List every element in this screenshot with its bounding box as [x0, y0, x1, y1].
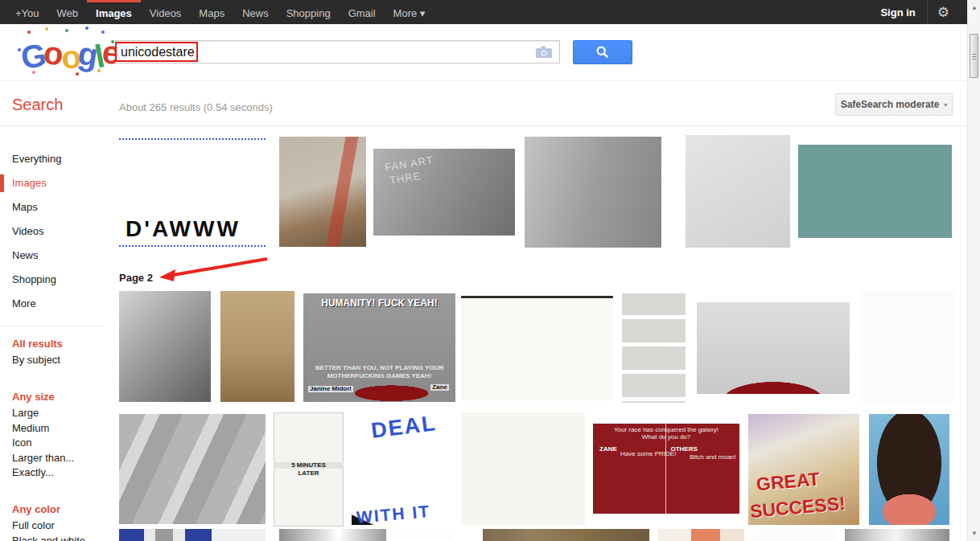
thumb-character-sheet[interactable] [798, 145, 952, 238]
sidebar-item-everything[interactable]: Everything [0, 147, 113, 171]
safesearch-label: SafeSearch moderate [841, 99, 940, 110]
search-input[interactable] [121, 43, 523, 61]
thumb-caption: BETTER THAN YOU, NOT PLAYING YOUR [303, 365, 455, 371]
filter-item-black-and-white[interactable]: Black and white [12, 534, 109, 541]
thumb-bird-hat-girl-sketch[interactable] [859, 289, 953, 402]
topnav-item-gmail[interactable]: Gmail [340, 0, 385, 24]
scroll-down-arrow-icon[interactable]: ▼ [968, 530, 980, 537]
filter-header-any-size[interactable]: Any size [12, 391, 109, 403]
thumb-leash-comic[interactable] [525, 137, 661, 248]
thumb-caption: ZANE [599, 446, 617, 453]
scrollbar-thumb[interactable] [970, 34, 978, 78]
topnav-item-news[interactable]: News [233, 0, 278, 24]
settings-button[interactable]: ⚙ [927, 0, 959, 24]
top-nav-bar: +YouWebImagesVideosMapsNewsShoppingGmail… [0, 0, 980, 24]
results-stats: About 265 results (0.54 seconds) [119, 101, 273, 113]
confetti-dot [45, 27, 48, 31]
thumb-red-pool-group[interactable] [697, 302, 850, 394]
confetti-dot [18, 48, 21, 51]
scroll-up-arrow-icon[interactable]: ▲ [968, 4, 980, 11]
thumb-caption: Zane [430, 384, 449, 391]
page-2-label: Page 2 [119, 272, 153, 284]
thumb-caption: Have some PRIDE! [620, 451, 676, 457]
sidebar-item-images[interactable]: Images [0, 171, 113, 195]
thumb-white-sketch-strip[interactable] [752, 529, 837, 541]
thumb-five-minutes-later-comic[interactable]: 5 MINUTESLATER [274, 412, 344, 527]
logo-letters: Google [21, 37, 117, 73]
thumb-caption: D'AWWW [126, 217, 241, 240]
thumb-dikdik-photo[interactable] [220, 291, 294, 402]
filter-group-any-color: Any colorFull colorBlack and white [12, 503, 109, 541]
sidebar-section-divider [0, 326, 102, 326]
search-button[interactable] [573, 40, 632, 64]
sidebar-item-videos[interactable]: Videos [0, 219, 113, 244]
topnav-item-maps[interactable]: Maps [190, 0, 233, 24]
thumb-deer-dress-figure[interactable] [686, 135, 790, 248]
thumb-gray-burst-strip[interactable] [279, 529, 386, 541]
thumb-two-figures-sketch[interactable] [462, 412, 585, 525]
filter-item-by-subject[interactable]: By subject [12, 353, 109, 368]
thumb-small-sketch-strip[interactable] [394, 529, 453, 541]
topnav-item-you[interactable]: +You [6, 0, 48, 24]
filter-item-icon[interactable]: Icon [12, 436, 109, 451]
sign-in-link[interactable]: Sign in [869, 6, 926, 18]
topnav-item-shopping[interactable]: Shopping [278, 0, 340, 24]
thumb-four-panel-comic[interactable] [620, 292, 687, 404]
thumb-open-mouth-closeup[interactable] [869, 414, 949, 525]
thumb-galaxy-conquered-comic[interactable]: Your race has conquered the galaxy!What … [593, 424, 739, 514]
thumb-dawww-cartoon[interactable]: D'AWWW [119, 138, 266, 247]
thumb-ground-photo-strip[interactable] [483, 529, 649, 541]
filter-item-larger-than[interactable]: Larger than... [12, 451, 109, 466]
thumb-fox-keys-sketch[interactable] [461, 296, 613, 400]
thumb-lemur-swimsuit[interactable] [119, 291, 211, 402]
thumb-caption: Janine Midori [308, 386, 353, 392]
scrollbar-grip [972, 54, 976, 59]
thumb-caption: DEAL [370, 414, 438, 442]
thumb-blue-letters-strip[interactable] [119, 529, 266, 541]
thumb-humanity-meme[interactable]: HUMANITY! FUCK YEAH!BETTER THAN YOU, NOT… [303, 293, 455, 402]
topnav-item-videos[interactable]: Videos [141, 0, 191, 24]
thumb-caption: Bitch and moan! [690, 454, 736, 461]
sidebar-item-more[interactable]: More [0, 292, 113, 316]
topnav-item-web[interactable]: Web [48, 0, 88, 24]
thumb-excited-deer-cartoon[interactable] [119, 414, 266, 524]
top-nav-right: Sign in ⚙ [869, 0, 980, 24]
google-doodle-logo[interactable]: Google [21, 32, 111, 77]
gear-icon: ⚙ [937, 6, 949, 19]
topnav-item-more[interactable]: More ▾ [385, 0, 434, 24]
header-divider [0, 80, 967, 81]
confetti-dot [32, 71, 35, 74]
thumb-caption: THRE [389, 170, 422, 186]
confetti-dot [101, 31, 105, 34]
filter-item-large[interactable]: Large [12, 406, 109, 421]
thumb-framed-gray-strip[interactable] [845, 529, 949, 541]
thumb-caption: What do you do? [593, 434, 739, 441]
sidebar-item-maps[interactable]: Maps [0, 195, 113, 219]
thumb-deer-photo[interactable] [279, 137, 366, 247]
filter-group-all-results: All resultsBy subject [12, 338, 109, 368]
thumb-fan-art-comic[interactable]: FAN ARTTHRE [373, 149, 515, 236]
chevron-down-icon: ▾ [944, 101, 947, 109]
camera-icon[interactable] [535, 46, 553, 59]
topnav-item-images[interactable]: Images [87, 0, 141, 24]
subheader-divider [0, 125, 967, 126]
sidebar-item-news[interactable]: News [0, 244, 113, 268]
thumb-deal-with-it-meme[interactable]: DEALWITH IT [352, 414, 453, 525]
filter-header-any-color[interactable]: Any color [12, 503, 109, 515]
filter-item-full-color[interactable]: Full color [12, 518, 109, 534]
safesearch-dropdown[interactable]: SafeSearch moderate ▾ [835, 93, 953, 116]
filter-item-exactly[interactable]: Exactly... [12, 465, 109, 481]
filter-item-medium[interactable]: Medium [12, 421, 109, 436]
thumb-orange-white-strip[interactable] [658, 529, 744, 541]
confetti-dot [27, 31, 31, 34]
thumb-caption: GREAT [756, 469, 821, 494]
confetti-dot [97, 69, 101, 72]
filter-header-all-results[interactable]: All results [12, 338, 109, 350]
search-box [115, 40, 560, 64]
top-nav-items: +YouWebImagesVideosMapsNewsShoppingGmail… [0, 0, 434, 24]
annotation-arrow [154, 253, 275, 285]
thumb-great-success-image[interactable]: GREATSUCCESS! [748, 414, 859, 525]
thumb-caption: HUMANITY! FUCK YEAH! [303, 298, 455, 309]
sidebar-item-shopping[interactable]: Shopping [0, 268, 113, 292]
scrollbar[interactable]: ▲ ▼ [967, 0, 980, 541]
